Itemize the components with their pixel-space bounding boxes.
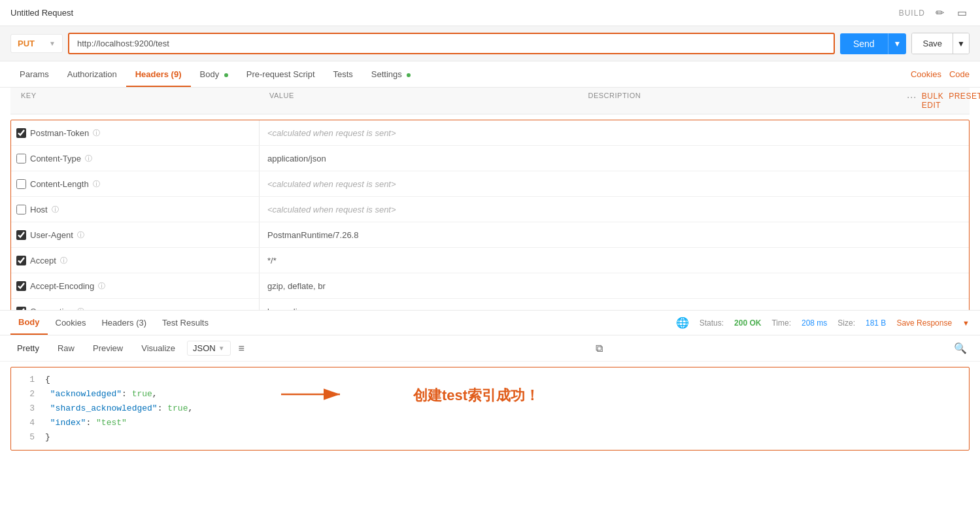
- table-row: Postman-Token ⓘ <calculated when request…: [11, 120, 969, 146]
- view-pretty[interactable]: Pretty: [10, 341, 46, 356]
- url-input[interactable]: [68, 33, 835, 54]
- table-row: Accept ⓘ */*: [11, 248, 969, 273]
- annotation-arrow: [275, 381, 353, 407]
- table-row: User-Agent ⓘ PostmanRuntime/7.26.8: [11, 222, 969, 248]
- row4-checkbox[interactable]: [16, 205, 26, 214]
- json-line-4: 4 "index": "test": [22, 416, 958, 430]
- info-icon[interactable]: ⓘ: [98, 281, 105, 291]
- format-select[interactable]: JSON ▼: [187, 341, 231, 356]
- three-dots: ···: [907, 92, 917, 110]
- row6-checkbox[interactable]: [16, 256, 26, 265]
- tab-params[interactable]: Params: [10, 61, 58, 87]
- response-tab-test-results[interactable]: Test Results: [154, 311, 216, 334]
- tab-settings[interactable]: Settings: [362, 61, 420, 87]
- view-visualize[interactable]: Visualize: [135, 341, 182, 356]
- method-arrow-icon: ▼: [49, 40, 56, 47]
- row2-checkbox[interactable]: [16, 154, 26, 163]
- table-row: Content-Type ⓘ application/json: [11, 146, 969, 171]
- row1-checkbox[interactable]: [16, 128, 26, 138]
- info-icon[interactable]: ⓘ: [85, 154, 92, 163]
- save-arrow-button[interactable]: ▼: [953, 33, 969, 54]
- presets-btn[interactable]: Presets: [949, 92, 980, 110]
- size-label: Size:: [837, 318, 855, 328]
- info-icon[interactable]: ⓘ: [77, 230, 84, 240]
- response-tab-cookies[interactable]: Cookies: [48, 311, 94, 334]
- cookies-link[interactable]: Cookies: [911, 69, 941, 79]
- size-value: 181 B: [866, 318, 886, 328]
- tab-headers[interactable]: Headers (9): [126, 61, 191, 87]
- method-value: PUT: [18, 39, 35, 48]
- table-row: Connection ⓘ keep-alive: [11, 299, 969, 310]
- table-row: Accept-Encoding ⓘ gzip, deflate, br: [11, 273, 969, 299]
- wrap-icon[interactable]: ≡: [236, 340, 247, 357]
- status-label: Status:: [700, 318, 724, 328]
- globe-icon: 🌐: [676, 316, 689, 329]
- info-icon[interactable]: ⓘ: [60, 256, 67, 265]
- format-arrow-icon: ▼: [218, 345, 225, 352]
- view-raw[interactable]: Raw: [51, 341, 81, 356]
- col-value-header: VALUE: [269, 92, 588, 110]
- row5-checkbox[interactable]: [16, 230, 26, 240]
- time-label: Time:: [771, 318, 791, 328]
- json-line-5: 5}: [22, 430, 958, 445]
- copy-icon[interactable]: ⧉: [593, 340, 605, 357]
- table-row: Host ⓘ <calculated when request is sent>: [11, 197, 969, 222]
- info-icon[interactable]: ⓘ: [52, 205, 59, 214]
- tab-tests[interactable]: Tests: [324, 61, 362, 87]
- status-value: 200 OK: [734, 318, 761, 328]
- table-row: Content-Length ⓘ <calculated when reques…: [11, 171, 969, 197]
- annotation-text: 创建test索引成功！: [413, 386, 539, 405]
- info-icon[interactable]: ⓘ: [93, 179, 100, 189]
- tab-prerequest[interactable]: Pre-request Script: [237, 61, 324, 87]
- send-arrow-button[interactable]: ▼: [888, 33, 907, 54]
- view-preview[interactable]: Preview: [86, 341, 129, 356]
- col-key-header: KEY: [21, 92, 269, 110]
- build-label: BUILD: [899, 9, 925, 18]
- response-tab-headers[interactable]: Headers (3): [93, 311, 154, 334]
- edit-button[interactable]: ✏: [933, 4, 947, 22]
- save-response-arrow[interactable]: ▼: [962, 319, 970, 327]
- code-link[interactable]: Code: [949, 69, 970, 79]
- tab-body[interactable]: Body: [191, 61, 237, 87]
- info-icon[interactable]: ⓘ: [93, 128, 100, 138]
- col-desc-header: DESCRIPTION: [588, 92, 907, 110]
- window-title: Untitled Request: [10, 8, 73, 18]
- send-button[interactable]: Send: [840, 33, 888, 54]
- row7-checkbox[interactable]: [16, 281, 26, 291]
- save-button[interactable]: Save: [912, 33, 953, 54]
- bulk-edit-btn[interactable]: Bulk Edit: [922, 92, 943, 110]
- time-value: 208 ms: [802, 318, 827, 328]
- method-select[interactable]: PUT ▼: [10, 34, 63, 53]
- tab-authorization[interactable]: Authorization: [58, 61, 126, 87]
- save-response-btn[interactable]: Save Response: [896, 318, 952, 328]
- layout-button[interactable]: ▭: [955, 4, 970, 22]
- response-tab-body[interactable]: Body: [10, 311, 48, 335]
- row3-checkbox[interactable]: [16, 179, 26, 189]
- search-response-icon[interactable]: 🔍: [951, 339, 970, 357]
- format-label: JSON: [193, 343, 216, 353]
